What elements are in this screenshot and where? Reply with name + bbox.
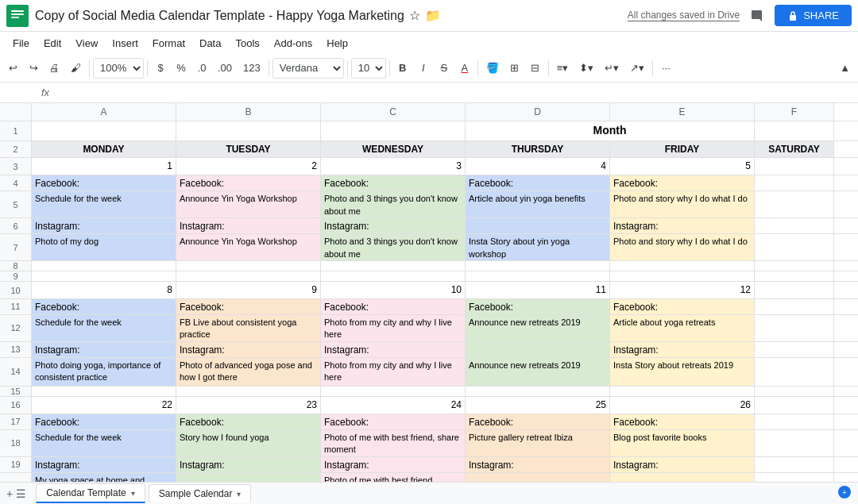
cell-3c[interactable]: 3 bbox=[321, 158, 466, 175]
cell-9f[interactable] bbox=[755, 271, 834, 281]
cell-5b[interactable]: Announce Yin Yoga Workshop bbox=[176, 191, 321, 217]
tab-sample-arrow[interactable]: ▾ bbox=[237, 490, 241, 498]
cell-9e[interactable] bbox=[610, 271, 755, 281]
cell-19b[interactable]: Instagram: bbox=[176, 457, 321, 472]
cell-18d[interactable]: Picture gallery retreat Ibiza bbox=[466, 430, 610, 456]
font-size-select[interactable]: 10 bbox=[351, 58, 386, 79]
cell-2a[interactable]: MONDAY bbox=[32, 141, 176, 158]
cell-16b[interactable]: 23 bbox=[176, 397, 321, 414]
cell-17f[interactable] bbox=[755, 414, 834, 429]
star-icon[interactable]: ☆ bbox=[409, 8, 420, 23]
cell-10a[interactable]: 8 bbox=[32, 282, 176, 298]
cell-13e[interactable]: Instagram: bbox=[610, 342, 755, 357]
col-header-d[interactable]: D bbox=[466, 103, 610, 121]
cell-7c[interactable]: Photo and 3 things you don't know about … bbox=[321, 234, 466, 260]
cell-16f[interactable] bbox=[755, 397, 834, 414]
cell-17d[interactable]: Facebook: bbox=[466, 414, 610, 429]
cell-12b[interactable]: FB Live about consistent yoga practice bbox=[176, 315, 321, 341]
more-button[interactable]: ··· bbox=[656, 57, 675, 79]
menu-addons[interactable]: Add-ons bbox=[268, 35, 319, 52]
cell-15b[interactable] bbox=[176, 387, 321, 396]
cell-3d[interactable]: 4 bbox=[466, 158, 610, 175]
merge-button[interactable]: ⊟ bbox=[526, 57, 545, 79]
cell-11d[interactable]: Facebook: bbox=[466, 299, 610, 314]
cell-10f[interactable] bbox=[755, 282, 834, 298]
strikethrough-button[interactable]: S bbox=[435, 57, 454, 79]
cell-10c[interactable]: 10 bbox=[321, 282, 466, 298]
cell-2b[interactable]: TUESDAY bbox=[176, 141, 321, 158]
cell-3b[interactable]: 2 bbox=[176, 158, 321, 175]
cell-4a[interactable]: Facebook: bbox=[32, 175, 176, 190]
cell-10d[interactable]: 11 bbox=[466, 282, 610, 298]
cell-11e[interactable]: Facebook: bbox=[610, 299, 755, 314]
folder-icon[interactable]: 📁 bbox=[425, 8, 441, 23]
cell-12c[interactable]: Photo from my city and why I live here bbox=[321, 315, 466, 341]
cell-16a[interactable]: 22 bbox=[32, 397, 176, 414]
cell-12f[interactable] bbox=[755, 315, 834, 341]
cell-19bc[interactable]: Photo of me with best friend... bbox=[321, 473, 466, 482]
cell-15d[interactable] bbox=[466, 387, 610, 396]
cell-12d[interactable]: Announce new retreats 2019 bbox=[466, 315, 610, 341]
fill-color-button[interactable]: 🪣 bbox=[481, 57, 504, 79]
menu-insert[interactable]: Insert bbox=[106, 35, 145, 52]
cell-16d[interactable]: 25 bbox=[466, 397, 610, 414]
cell-16e[interactable]: 26 bbox=[610, 397, 755, 414]
cell-4e[interactable]: Facebook: bbox=[610, 175, 755, 190]
menu-data[interactable]: Data bbox=[193, 35, 227, 52]
cell-8c[interactable] bbox=[321, 261, 466, 271]
align-button[interactable]: ≡▾ bbox=[552, 57, 574, 79]
sheets-menu-button[interactable]: ☰ bbox=[16, 487, 26, 500]
cell-8d[interactable] bbox=[466, 261, 610, 271]
cell-3a[interactable]: 1 bbox=[32, 158, 176, 175]
cell-16c[interactable]: 24 bbox=[321, 397, 466, 414]
decimal0-button[interactable]: .0 bbox=[192, 57, 211, 79]
cell-3e[interactable]: 5 bbox=[610, 158, 755, 175]
col-header-c[interactable]: C bbox=[321, 103, 466, 121]
cell-4f[interactable] bbox=[755, 175, 834, 190]
cell-14f[interactable] bbox=[755, 358, 834, 386]
cell-7e[interactable]: Photo and story why I do what I do bbox=[610, 234, 755, 260]
col-header-e[interactable]: E bbox=[610, 103, 755, 121]
cell-2c[interactable]: WEDNESDAY bbox=[321, 141, 466, 158]
comments-button[interactable] bbox=[746, 5, 768, 27]
cell-8e[interactable] bbox=[610, 261, 755, 271]
cell-13d[interactable] bbox=[466, 342, 610, 357]
cell-17e[interactable]: Facebook: bbox=[610, 414, 755, 429]
cell-7b[interactable]: Announce Yin Yoga Workshop bbox=[176, 234, 321, 260]
cell-12e[interactable]: Article about yoga retreats bbox=[610, 315, 755, 341]
menu-tools[interactable]: Tools bbox=[229, 35, 265, 52]
cell-8b[interactable] bbox=[176, 261, 321, 271]
cell-14b[interactable]: Photo of advanced yoga pose and how I go… bbox=[176, 358, 321, 386]
col-header-f[interactable]: F bbox=[755, 103, 834, 121]
collapse-button[interactable]: ▲ bbox=[835, 57, 855, 79]
cell-9d[interactable] bbox=[466, 271, 610, 281]
cell-11f[interactable] bbox=[755, 299, 834, 314]
percent-button[interactable]: % bbox=[172, 57, 191, 79]
cell-8a[interactable] bbox=[32, 261, 176, 271]
cell-11a[interactable]: Facebook: bbox=[32, 299, 176, 314]
format123-button[interactable]: 123 bbox=[238, 57, 265, 79]
cell-6d[interactable] bbox=[466, 218, 610, 233]
cell-19be[interactable] bbox=[610, 473, 755, 482]
cell-6e[interactable]: Instagram: bbox=[610, 218, 755, 233]
cell-19bb[interactable] bbox=[176, 473, 321, 482]
cell-18a[interactable]: Schedule for the week bbox=[32, 430, 176, 456]
cell-18b[interactable]: Story how I found yoga bbox=[176, 430, 321, 456]
cell-19f[interactable] bbox=[755, 457, 834, 472]
cell-9a[interactable] bbox=[32, 271, 176, 281]
cell-19bf[interactable] bbox=[755, 473, 834, 482]
cell-13c[interactable]: Instagram: bbox=[321, 342, 466, 357]
cell-19ba[interactable]: My yoga space at home and... bbox=[32, 473, 176, 482]
cell-9b[interactable] bbox=[176, 271, 321, 281]
zoom-select[interactable]: 100% bbox=[93, 58, 144, 79]
cell-6b[interactable]: Instagram: bbox=[176, 218, 321, 233]
cell-4d[interactable]: Facebook: bbox=[466, 175, 610, 190]
cell-19e[interactable]: Instagram: bbox=[610, 457, 755, 472]
cell-6c[interactable]: Instagram: bbox=[321, 218, 466, 233]
col-header-b[interactable]: B bbox=[176, 103, 321, 121]
cell-11c[interactable]: Facebook: bbox=[321, 299, 466, 314]
bold-button[interactable]: B bbox=[393, 57, 412, 79]
cell-10b[interactable]: 9 bbox=[176, 282, 321, 298]
redo-button[interactable]: ↪ bbox=[24, 57, 43, 79]
cell-18f[interactable] bbox=[755, 430, 834, 456]
